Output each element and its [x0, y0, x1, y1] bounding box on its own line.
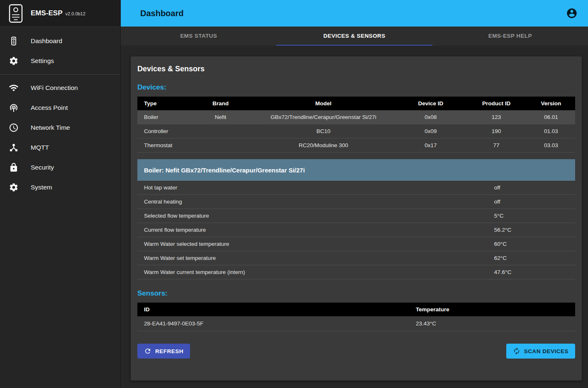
value-data: 56.2°C [494, 227, 575, 233]
sidebar-item-access-point[interactable]: Access Point [0, 98, 120, 118]
device-values-list: Hot tap water off Central heating off Se… [137, 181, 575, 279]
value-label: Current flow temperature [137, 227, 494, 233]
sidebar-item-label: Dashboard [31, 37, 62, 45]
wifi-icon [9, 83, 19, 93]
content-area: Devices & Sensors Devices: Type Brand Mo… [121, 46, 588, 388]
lock-icon [9, 162, 19, 172]
cell-type: Boiler [137, 110, 190, 124]
sidebar-item-dashboard[interactable]: Dashboard [0, 31, 120, 51]
cell-model: RC20/Moduline 300 [251, 138, 395, 153]
sidebar-item-label: Security [31, 164, 54, 171]
cell-version: 01.03 [527, 124, 575, 138]
cell-brand [190, 138, 251, 153]
device-hub-icon [9, 143, 19, 153]
sidebar-item-label: WiFi Connection [31, 84, 78, 92]
app-logo-row: EMS-ESP v2.0.0b12 [0, 0, 120, 27]
devices-table: Type Brand Model Device ID Product ID Ve… [137, 97, 575, 153]
sensors-table-header-row: ID Temperature [137, 303, 575, 316]
device-value-row: Warm Water selected temperature 60°C [137, 237, 575, 251]
value-label: Central heating [137, 199, 494, 205]
refresh-button-label: REFRESH [155, 348, 183, 354]
sidebar-item-label: Network Time [31, 124, 70, 131]
sidebar-item-wifi-connection[interactable]: WiFi Connection [0, 78, 120, 98]
cell-model: GBx72/Trendline/Cerapur/Greenstar Si/27i [251, 110, 395, 124]
sidebar-item-security[interactable]: Security [0, 158, 120, 177]
devices-table-header-row: Type Brand Model Device ID Product ID Ve… [137, 97, 575, 110]
cell-sensor-temperature: 23.43°C [416, 316, 575, 331]
scan-devices-button-label: SCAN DEVICES [524, 348, 568, 354]
system-gear-icon [9, 182, 19, 192]
cell-brand [190, 124, 251, 138]
value-data: 60°C [494, 241, 575, 247]
selected-device-banner: Boiler: Nefit GBx72/Trendline/Cerapur/Gr… [137, 159, 575, 181]
boiler-logo-icon [8, 4, 23, 23]
device-value-row: Central heating off [137, 195, 575, 209]
sidebar-item-settings[interactable]: Settings [0, 51, 120, 71]
col-header-brand: Brand [190, 97, 251, 110]
refresh-button[interactable]: REFRESH [137, 344, 190, 359]
col-header-device-id: Device ID [395, 97, 466, 110]
tab-ems-status[interactable]: EMS STATUS [121, 27, 276, 46]
value-label: Warm Water selected temperature [137, 241, 494, 247]
tab-bar: EMS STATUS DEVICES & SENSORS EMS-ESP HEL… [121, 27, 588, 46]
value-label: Warm Water current temperature (intern) [137, 269, 494, 275]
device-row-thermostat[interactable]: Thermostat RC20/Moduline 300 0x17 77 03.… [137, 138, 575, 153]
cell-type: Thermostat [137, 138, 190, 153]
devices-sensors-card: Devices & Sensors Devices: Type Brand Mo… [131, 56, 582, 381]
sidebar-divider [0, 74, 120, 75]
scan-devices-icon [513, 347, 520, 355]
col-header-temperature: Temperature [416, 303, 575, 316]
app-title: EMS-ESP v2.0.0b12 [31, 9, 85, 17]
cell-device-id: 0x09 [395, 124, 466, 138]
app-name: EMS-ESP [31, 9, 63, 17]
card-actions: REFRESH SCAN DEVICES [137, 344, 575, 359]
sensor-row: 28-EA41-9497-0E03-5F 23.43°C [137, 316, 575, 331]
cell-device-id: 0x08 [395, 110, 466, 124]
cell-sensor-id: 28-EA41-9497-0E03-5F [137, 316, 416, 331]
value-data: off [494, 199, 575, 205]
topbar: Dashboard [121, 0, 588, 27]
device-value-row: Warm Water set temperature 62°C [137, 251, 575, 265]
sensors-heading: Sensors: [137, 289, 575, 298]
cell-model: BC10 [251, 124, 395, 138]
sidebar-item-system[interactable]: System [0, 177, 120, 197]
tab-devices-sensors[interactable]: DEVICES & SENSORS [276, 27, 432, 46]
value-data: 47.6°C [494, 269, 575, 275]
settings-gear-icon [9, 56, 19, 66]
cell-brand: Nefit [190, 110, 251, 124]
value-data: 5°C [494, 213, 575, 219]
sidebar: EMS-ESP v2.0.0b12 Dashboard Settings [0, 0, 121, 388]
value-data: off [494, 184, 575, 191]
dashboard-icon [9, 36, 19, 46]
device-row-controller[interactable]: Controller BC10 0x09 190 01.03 [137, 124, 575, 138]
devices-heading: Devices: [137, 83, 575, 92]
sidebar-item-mqtt[interactable]: MQTT [0, 138, 120, 158]
col-header-product-id: Product ID [466, 97, 527, 110]
access-point-icon [9, 103, 19, 113]
col-header-id: ID [137, 303, 416, 316]
value-label: Hot tap water [137, 184, 494, 191]
cell-product-id: 123 [466, 110, 527, 124]
account-circle-icon[interactable] [566, 7, 578, 19]
scan-devices-button[interactable]: SCAN DEVICES [506, 344, 575, 359]
device-value-row: Warm Water current temperature (intern) … [137, 265, 575, 279]
sidebar-item-label: MQTT [31, 144, 49, 151]
sidebar-menu: Dashboard Settings WiFi Connection Acc [0, 27, 120, 197]
refresh-icon [144, 347, 151, 355]
sidebar-item-label: Settings [31, 57, 54, 65]
main-area: Dashboard EMS STATUS DEVICES & SENSORS E… [121, 0, 588, 388]
cell-device-id: 0x17 [395, 138, 466, 153]
cell-product-id: 190 [466, 124, 527, 138]
sidebar-item-network-time[interactable]: Network Time [0, 118, 120, 138]
cell-product-id: 77 [466, 138, 527, 153]
device-value-row: Selected flow temperature 5°C [137, 209, 575, 223]
clock-icon [9, 123, 19, 133]
value-data: 62°C [494, 255, 575, 261]
device-value-row: Hot tap water off [137, 181, 575, 195]
cell-type: Controller [137, 124, 190, 138]
card-title: Devices & Sensors [137, 65, 575, 73]
page-title: Dashboard [140, 9, 183, 18]
cell-version: 03.03 [527, 138, 575, 153]
device-row-boiler[interactable]: Boiler Nefit GBx72/Trendline/Cerapur/Gre… [137, 110, 575, 124]
tab-ems-esp-help[interactable]: EMS-ESP HELP [432, 27, 588, 46]
